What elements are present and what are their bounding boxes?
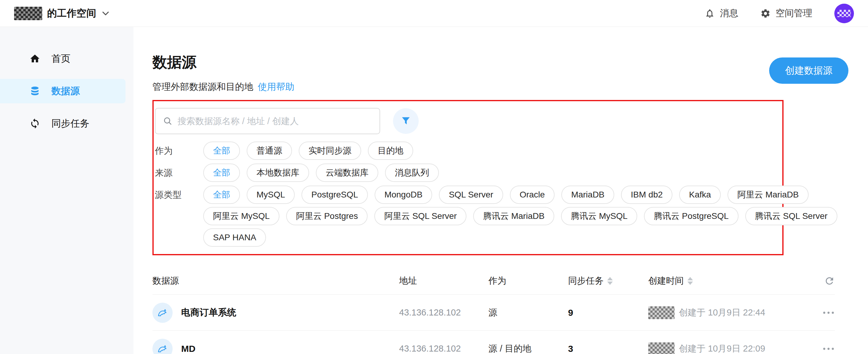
main-content: 数据源 管理外部数据源和目的地 使用帮助 创建数据源 [133,27,868,354]
row-more-button[interactable] [822,347,835,351]
datasource-role: 源 / 目的地 [489,343,568,354]
space-admin-button[interactable]: 空间管理 [760,7,812,20]
mysql-dolphin-icon [156,307,168,319]
sidebar: 首页 数据源 同步任务 [0,27,133,354]
sidebar-item-label: 同步任务 [52,117,89,130]
datasource-address: 43.136.128.102 [399,344,489,354]
workspace-title: 的工作空间 [47,7,96,20]
datasource-name[interactable]: 电商订单系统 [181,306,236,319]
datasource-role: 源 [489,307,568,319]
filter-pill[interactable]: 阿里云 Postgres [286,207,368,225]
table-header: 数据源 地址 作为 同步任务 创建时间 [152,268,835,294]
filter-pill[interactable]: MySQL [247,185,295,204]
filter-pill[interactable]: 全部 [203,142,240,160]
messages-button[interactable]: 消息 [705,7,738,20]
refresh-icon [824,276,835,286]
sidebar-item-sync-tasks[interactable]: 同步任务 [0,111,125,136]
filter-pill[interactable]: 消息队列 [385,164,439,182]
filter-group-role: 作为 全部 普通源 实时同步源 目的地 [155,142,776,160]
row-more-button[interactable] [822,311,835,315]
redacted-avatar-content [837,10,851,17]
filter-pill[interactable]: MongoDB [375,185,432,204]
sidebar-item-home[interactable]: 首页 [0,46,125,71]
table-row[interactable]: 电商订单系统 43.136.128.102 源 9 创建于 10月9日 22:4… [152,294,835,330]
filter-pill[interactable]: 实时同步源 [299,142,361,160]
sort-icon[interactable] [607,277,613,285]
bell-icon [705,8,715,19]
topbar-actions: 消息 空间管理 [705,4,854,23]
page-subtitle: 管理外部数据源和目的地 [152,81,253,93]
filter-pill[interactable]: 腾讯云 MariaDB [473,207,554,225]
search-input[interactable] [178,116,372,126]
filter-pill[interactable]: MariaDB [561,185,614,204]
database-icon [29,85,40,97]
filter-group-source-type: 源类型 全部 MySQL PostgreSQL MongoDB SQL Serv… [155,185,776,247]
filter-pill[interactable]: PostgreSQL [302,185,368,204]
sync-icon [29,118,40,129]
filter-pill[interactable]: 阿里云 MySQL [203,207,279,225]
filter-pill[interactable]: SAP HANA [203,228,266,247]
sort-icon[interactable] [687,277,693,285]
search-icon [163,116,173,126]
redacted-creator-name [648,306,675,319]
filter-pill[interactable]: 阿里云 SQL Server [374,207,466,225]
datasource-name[interactable]: MD [181,344,195,354]
table-row[interactable]: MD 43.136.128.102 源 / 目的地 3 创建于 10月9日 22… [152,330,835,354]
home-icon [29,53,40,64]
filter-pill[interactable]: 目的地 [368,142,413,160]
workspace-switcher[interactable]: 的工作空间 [14,7,110,20]
top-bar: 的工作空间 消息 空间管理 [0,0,868,27]
filter-pill[interactable]: 本地数据库 [247,164,309,182]
column-header-role: 作为 [489,275,568,287]
ellipsis-icon [822,311,835,315]
funnel-icon [400,115,412,127]
app-shell: 首页 数据源 同步任务 数据源 管理外部数据源和目的地 使用帮助 创建数据源 [0,27,868,354]
filter-pill[interactable]: 腾讯云 SQL Server [745,207,837,225]
filter-group-label: 来源 [155,164,203,182]
page-title: 数据源 [152,52,848,72]
filter-pill[interactable]: 云端数据库 [316,164,378,182]
datasource-table: 数据源 地址 作为 同步任务 创建时间 [152,268,835,354]
ellipsis-icon [822,347,835,351]
user-avatar[interactable] [834,4,854,23]
redacted-creator-name [648,342,675,354]
filter-pill[interactable]: 全部 [203,185,240,204]
chevron-down-icon [101,9,110,18]
create-datasource-button[interactable]: 创建数据源 [769,58,848,84]
sync-task-count: 3 [568,344,648,354]
column-header-tasks: 同步任务 [568,275,648,287]
mysql-source-icon [152,339,173,354]
sidebar-item-datasources[interactable]: 数据源 [0,79,125,103]
filter-pill[interactable]: 普通源 [247,142,292,160]
filter-toggle-button[interactable] [393,108,419,134]
sidebar-item-label: 首页 [52,52,70,65]
sync-task-count: 9 [568,308,648,318]
messages-label: 消息 [720,7,738,20]
space-admin-label: 空间管理 [776,7,812,20]
refresh-button[interactable] [824,276,835,286]
created-time: 创建于 10月9日 22:09 [679,343,765,354]
filter-pill[interactable]: 腾讯云 PostgreSQL [644,207,738,225]
filter-group-label: 源类型 [155,185,203,247]
filter-pill[interactable]: 阿里云 MariaDB [727,185,809,204]
filter-pill[interactable]: IBM db2 [621,185,673,204]
column-header-name: 数据源 [152,275,399,287]
search-box [155,108,380,134]
redacted-workspace-name [14,7,42,20]
column-header-created: 创建时间 [648,275,819,287]
filter-pill[interactable]: SQL Server [439,185,503,204]
created-time: 创建于 10月9日 22:44 [679,307,765,319]
filter-panel-annotation-rect: 作为 全部 普通源 实时同步源 目的地 来源 全部 本地数据库 [152,100,783,255]
filter-pill[interactable]: Kafka [679,185,721,204]
filter-pill[interactable]: 全部 [203,164,240,182]
filter-group-origin: 来源 全部 本地数据库 云端数据库 消息队列 [155,164,776,182]
filter-group-label: 作为 [155,142,203,160]
mysql-dolphin-icon [156,343,168,354]
mysql-source-icon [152,303,173,323]
help-link[interactable]: 使用帮助 [258,81,294,93]
gear-icon [760,8,771,19]
column-header-address: 地址 [399,275,489,287]
filter-pill[interactable]: Oracle [510,185,555,204]
filter-pill[interactable]: 腾讯云 MySQL [561,207,637,225]
sidebar-item-label: 数据源 [52,85,80,98]
